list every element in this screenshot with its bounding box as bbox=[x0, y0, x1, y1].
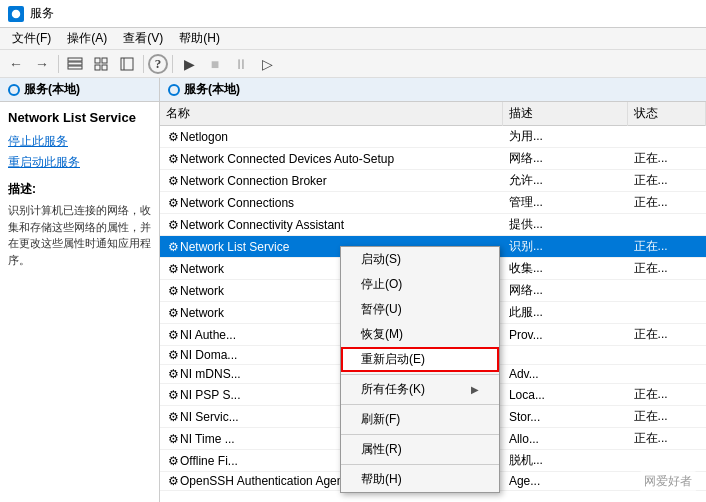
ctx-menu-separator bbox=[341, 464, 499, 465]
service-gear-icon: ⚙ bbox=[166, 474, 180, 488]
toolbar-sep-2 bbox=[143, 55, 144, 73]
svg-rect-7 bbox=[102, 65, 107, 70]
toolbar-btn-3[interactable] bbox=[115, 53, 139, 75]
ctx-menu-item[interactable]: 停止(O) bbox=[341, 272, 499, 297]
service-gear-icon: ⚙ bbox=[166, 130, 180, 144]
ctx-menu-item[interactable]: 刷新(F) bbox=[341, 407, 499, 432]
toolbar-btn-2[interactable] bbox=[89, 53, 113, 75]
left-content: Network List Service 停止此服务 重启动此服务 描述: 识别… bbox=[0, 102, 159, 502]
service-gear-icon: ⚙ bbox=[166, 388, 180, 402]
service-desc-cell: 识别... bbox=[503, 236, 628, 258]
stop-button[interactable]: ■ bbox=[203, 53, 227, 75]
ctx-item-label: 停止(O) bbox=[361, 276, 402, 293]
table-row[interactable]: ⚙Netlogon为用... bbox=[160, 126, 706, 148]
right-header-text: 服务(本地) bbox=[184, 81, 240, 98]
help-toolbar-button[interactable]: ? bbox=[148, 54, 168, 74]
service-gear-icon: ⚙ bbox=[166, 328, 180, 342]
menu-action[interactable]: 操作(A) bbox=[59, 28, 115, 49]
ctx-menu-item[interactable]: 帮助(H) bbox=[341, 467, 499, 492]
table-row[interactable]: ⚙Network Connected Devices Auto-Setup网络.… bbox=[160, 148, 706, 170]
menu-view[interactable]: 查看(V) bbox=[115, 28, 171, 49]
ctx-menu-separator bbox=[341, 434, 499, 435]
ctx-item-label: 所有任务(K) bbox=[361, 381, 425, 398]
service-gear-icon: ⚙ bbox=[166, 348, 180, 362]
svg-rect-1 bbox=[68, 58, 82, 61]
table-row[interactable]: ⚙Network Connections管理...正在... bbox=[160, 192, 706, 214]
desc-text: 识别计算机已连接的网络，收集和存储这些网络的属性，并在更改这些属性时通知应用程序… bbox=[8, 202, 151, 268]
svg-rect-3 bbox=[68, 66, 82, 69]
title-text: 服务 bbox=[30, 5, 54, 22]
service-desc-cell: 提供... bbox=[503, 214, 628, 236]
ctx-menu-item[interactable]: 重新启动(E) bbox=[341, 347, 499, 372]
menu-file[interactable]: 文件(F) bbox=[4, 28, 59, 49]
ctx-item-label: 暂停(U) bbox=[361, 301, 402, 318]
col-name: 名称 bbox=[160, 102, 503, 126]
service-desc-cell: 网络... bbox=[503, 148, 628, 170]
right-panel-icon bbox=[168, 84, 180, 96]
service-title: Network List Service bbox=[8, 110, 151, 125]
title-bar: 服务 bbox=[0, 0, 706, 28]
resume-button[interactable]: ▷ bbox=[255, 53, 279, 75]
service-status-cell: 正在... bbox=[628, 148, 706, 170]
service-status-cell bbox=[628, 450, 706, 472]
main-layout: 服务(本地) Network List Service 停止此服务 重启动此服务… bbox=[0, 78, 706, 502]
menu-help[interactable]: 帮助(H) bbox=[171, 28, 228, 49]
ctx-item-label: 属性(R) bbox=[361, 441, 402, 458]
service-gear-icon: ⚙ bbox=[166, 196, 180, 210]
ctx-menu-item[interactable]: 恢复(M) bbox=[341, 322, 499, 347]
svg-rect-2 bbox=[68, 62, 82, 65]
menu-bar: 文件(F) 操作(A) 查看(V) 帮助(H) bbox=[0, 28, 706, 50]
ctx-menu-separator bbox=[341, 374, 499, 375]
service-desc-cell: Age... bbox=[503, 472, 628, 491]
back-button[interactable]: ← bbox=[4, 53, 28, 75]
left-header-text: 服务(本地) bbox=[24, 81, 80, 98]
service-desc-cell: Stor... bbox=[503, 406, 628, 428]
ctx-item-label: 恢复(M) bbox=[361, 326, 403, 343]
watermark: 网爱好者 bbox=[640, 471, 696, 492]
service-status-cell bbox=[628, 365, 706, 384]
play-button[interactable]: ▶ bbox=[177, 53, 201, 75]
forward-button[interactable]: → bbox=[30, 53, 54, 75]
service-status-cell: 正在... bbox=[628, 428, 706, 450]
service-gear-icon: ⚙ bbox=[166, 306, 180, 320]
pause-button[interactable]: ⏸ bbox=[229, 53, 253, 75]
service-status-cell bbox=[628, 280, 706, 302]
service-desc-cell: Prov... bbox=[503, 324, 628, 346]
svg-point-0 bbox=[11, 9, 21, 19]
service-gear-icon: ⚙ bbox=[166, 410, 180, 424]
service-desc-cell: 为用... bbox=[503, 126, 628, 148]
ctx-menu-item[interactable]: 所有任务(K)▶ bbox=[341, 377, 499, 402]
ctx-item-label: 启动(S) bbox=[361, 251, 401, 268]
service-status-cell: 正在... bbox=[628, 384, 706, 406]
service-gear-icon: ⚙ bbox=[166, 174, 180, 188]
ctx-menu-item[interactable]: 启动(S) bbox=[341, 247, 499, 272]
table-row[interactable]: ⚙Network Connection Broker允许...正在... bbox=[160, 170, 706, 192]
service-gear-icon: ⚙ bbox=[166, 152, 180, 166]
stop-service-link[interactable]: 停止此服务 bbox=[8, 133, 151, 150]
restart-service-link[interactable]: 重启动此服务 bbox=[8, 154, 151, 171]
service-desc-cell: 管理... bbox=[503, 192, 628, 214]
toolbar-sep-1 bbox=[58, 55, 59, 73]
service-gear-icon: ⚙ bbox=[166, 262, 180, 276]
table-row[interactable]: ⚙Network Connectivity Assistant提供... bbox=[160, 214, 706, 236]
toolbar-sep-3 bbox=[172, 55, 173, 73]
ctx-menu-item[interactable]: 暂停(U) bbox=[341, 297, 499, 322]
service-gear-icon: ⚙ bbox=[166, 367, 180, 381]
service-gear-icon: ⚙ bbox=[166, 240, 180, 254]
service-status-cell: 正在... bbox=[628, 236, 706, 258]
service-status-cell bbox=[628, 126, 706, 148]
service-status-cell: 正在... bbox=[628, 324, 706, 346]
right-panel: 服务(本地) 名称 描述 状态 ⚙Netlogon为用...⚙Network C… bbox=[160, 78, 706, 502]
desc-label: 描述: bbox=[8, 181, 151, 198]
service-name-cell: ⚙Network Connection Broker bbox=[160, 170, 503, 192]
service-name-cell: ⚙Netlogon bbox=[160, 126, 503, 148]
left-panel-header: 服务(本地) bbox=[0, 78, 159, 102]
ctx-menu-item[interactable]: 属性(R) bbox=[341, 437, 499, 462]
service-gear-icon: ⚙ bbox=[166, 284, 180, 298]
svg-rect-4 bbox=[95, 58, 100, 63]
panel-icon bbox=[8, 84, 20, 96]
col-desc: 描述 bbox=[503, 102, 628, 126]
right-panel-header: 服务(本地) bbox=[160, 78, 706, 102]
svg-rect-6 bbox=[95, 65, 100, 70]
show-hide-button[interactable] bbox=[63, 53, 87, 75]
